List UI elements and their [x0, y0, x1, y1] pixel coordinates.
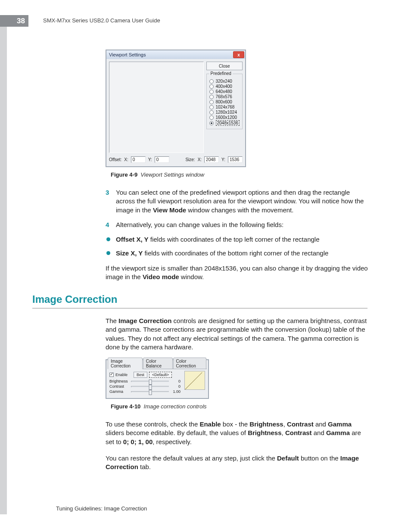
size-y-input[interactable]: 1536: [228, 156, 243, 163]
predefined-groupbox: Predefined 320x240 400x400 640x480 768x5…: [206, 74, 243, 129]
radio-icon: [209, 110, 214, 115]
step-4: 4 Alternatively, you can change values i…: [106, 221, 368, 229]
radio-icon: [209, 105, 214, 109]
window-title: Viewport Settings: [109, 52, 146, 57]
contrast-value: 0: [171, 384, 182, 389]
bullet-size: Size X, Y fields with coordinates of the…: [106, 249, 368, 258]
gamma-row: Gamma 1.00: [109, 389, 182, 394]
brightness-row: Brightness 0: [109, 379, 182, 384]
brightness-label: Brightness: [109, 379, 129, 384]
restore-defaults-paragraph: You can restore the default values at an…: [106, 454, 368, 472]
viewport-note-paragraph: If the viewport size is smaller than 204…: [106, 264, 368, 282]
numbered-steps: 3 You can select one of the predefined v…: [106, 188, 368, 229]
page: 38 SMX-M7xx Series USB2.0 Camera User Gu…: [0, 0, 411, 532]
slider-thumb-icon: [149, 380, 152, 385]
radio-icon: [209, 84, 214, 89]
enable-instructions: To use these controls, check the Enable …: [106, 420, 368, 446]
size-x-input[interactable]: 2048: [204, 156, 219, 163]
offset-y-label: Y:: [148, 157, 152, 162]
bullet-offset: Offset X, Y fields with coordinates of t…: [106, 235, 368, 244]
best-button[interactable]: Best: [134, 372, 147, 378]
close-icon[interactable]: x: [233, 51, 244, 58]
radio-icon: [209, 115, 214, 120]
window-titlebar: Viewport Settings x: [106, 50, 245, 59]
page-number: 38: [17, 17, 25, 25]
contrast-label: Contrast: [109, 384, 129, 389]
enable-checkbox[interactable]: [109, 373, 114, 377]
contrast-row: Contrast 0: [109, 384, 182, 389]
tab-strip: Image Correction Color Balance Color Cor…: [108, 361, 207, 369]
predefined-option-400x400[interactable]: 400x400: [209, 84, 240, 89]
predefined-option-768x576[interactable]: 768x576: [209, 94, 240, 99]
slider-thumb-icon: [149, 390, 152, 395]
predefined-option-1280x1024[interactable]: 1280x1024: [209, 110, 240, 115]
viewport-settings-window: Viewport Settings x Close Predefined 320…: [106, 50, 246, 167]
radio-icon: [209, 95, 214, 99]
brightness-slider[interactable]: [131, 381, 169, 382]
predefined-option-1024x768[interactable]: 1024x768: [209, 105, 240, 109]
image-correction-intro: The Image Correction controls are design…: [106, 317, 368, 352]
size-x-label: X:: [198, 157, 202, 162]
footer: Tuning Guidelines: Image Correction: [56, 505, 147, 512]
tab-color-correction[interactable]: Color Correction: [173, 358, 206, 369]
tab-color-balance[interactable]: Color Balance: [143, 358, 173, 369]
contrast-slider[interactable]: [131, 386, 169, 387]
figure-caption: Figure 4-9 Viewport Settings window: [111, 171, 368, 178]
offset-x-label: X:: [124, 157, 128, 162]
page-number-badge: 38: [0, 15, 28, 27]
running-head: SMX-M7xx Series USB2.0 Camera User Guide: [43, 17, 160, 24]
predefined-option-800x600[interactable]: 800x600: [209, 100, 240, 104]
viewport-preview-area[interactable]: [109, 62, 204, 153]
correction-preview: [184, 371, 205, 390]
figure-caption-2: Figure 4-10 Image correction controls: [111, 403, 368, 410]
image-correction-panel: Image Correction Color Balance Color Cor…: [106, 359, 209, 399]
figure-image-correction: Image Correction Color Balance Color Cor…: [106, 359, 368, 410]
gamma-value: 1.00: [171, 389, 182, 394]
radio-icon: [209, 121, 214, 125]
predefined-option-320x240[interactable]: 320x240: [209, 79, 240, 84]
tab-image-correction[interactable]: Image Correction: [108, 358, 143, 369]
predefined-option-1600x1200[interactable]: 1600x1200: [209, 115, 240, 120]
offset-x-input[interactable]: 0: [131, 156, 146, 163]
size-y-label: Y:: [221, 157, 225, 162]
size-label: Size:: [185, 157, 195, 162]
predefined-option-2048x1536[interactable]: 2048x1536: [209, 120, 240, 126]
close-button[interactable]: Close: [206, 62, 243, 70]
predefined-label: Predefined: [209, 71, 233, 76]
step-3: 3 You can select one of the predefined v…: [106, 188, 368, 215]
gamma-slider[interactable]: [131, 391, 169, 392]
bullet-list: Offset X, Y fields with coordinates of t…: [106, 235, 368, 258]
enable-label: Enable: [115, 373, 128, 377]
offset-size-row: Offset: X: 0 Y: 0 Size: X: 2048 Y: 1536: [106, 155, 245, 166]
radio-icon: [209, 100, 214, 104]
default-button[interactable]: <Default>: [149, 372, 172, 378]
slider-thumb-icon: [149, 385, 152, 390]
section-heading-image-correction: Image Correction: [32, 293, 367, 308]
gamma-label: Gamma: [109, 389, 129, 394]
figure-viewport-settings: Viewport Settings x Close Predefined 320…: [106, 50, 368, 178]
offset-y-input[interactable]: 0: [155, 156, 169, 163]
offset-label: Offset:: [109, 157, 121, 162]
brightness-value: 0: [171, 379, 182, 384]
predefined-option-640x480[interactable]: 640x480: [209, 89, 240, 94]
radio-icon: [209, 90, 214, 94]
side-accent: [0, 19, 7, 514]
radio-icon: [209, 79, 214, 84]
